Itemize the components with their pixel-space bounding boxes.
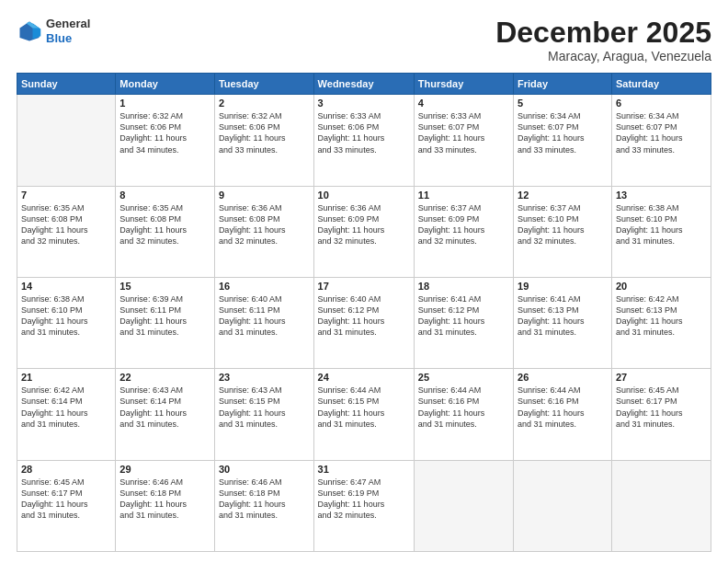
day-info: Sunrise: 6:35 AM Sunset: 6:08 PM Dayligh… [21,202,111,247]
calendar-cell: 10Sunrise: 6:36 AM Sunset: 6:09 PM Dayli… [313,186,414,277]
day-number: 2 [219,98,310,109]
day-number: 9 [219,190,310,201]
calendar-cell: 29Sunrise: 6:46 AM Sunset: 6:18 PM Dayli… [116,460,215,551]
calendar-cell: 5Sunrise: 6:34 AM Sunset: 6:07 PM Daylig… [514,95,612,186]
calendar-week-row: 1Sunrise: 6:32 AM Sunset: 6:06 PM Daylig… [17,95,711,186]
day-info: Sunrise: 6:38 AM Sunset: 6:10 PM Dayligh… [21,293,111,339]
weekday-header-monday: Monday [116,74,215,95]
day-info: Sunrise: 6:46 AM Sunset: 6:18 PM Dayligh… [119,477,210,522]
calendar-cell: 31Sunrise: 6:47 AM Sunset: 6:19 PM Dayli… [313,460,414,551]
day-info: Sunrise: 6:42 AM Sunset: 6:13 PM Dayligh… [616,293,707,339]
calendar-cell: 4Sunrise: 6:33 AM Sunset: 6:07 PM Daylig… [414,95,513,186]
day-number: 7 [21,190,111,201]
day-info: Sunrise: 6:32 AM Sunset: 6:06 PM Dayligh… [219,110,310,155]
location-subtitle: Maracay, Aragua, Venezuela [495,49,711,63]
logo: General Blue [17,17,90,45]
day-number: 27 [616,372,707,383]
day-number: 11 [418,190,509,201]
day-number: 8 [119,190,210,201]
day-info: Sunrise: 6:46 AM Sunset: 6:18 PM Dayligh… [219,477,310,522]
day-info: Sunrise: 6:36 AM Sunset: 6:08 PM Dayligh… [219,202,310,247]
day-number: 6 [616,98,707,109]
calendar-week-row: 7Sunrise: 6:35 AM Sunset: 6:08 PM Daylig… [17,186,711,277]
calendar-cell: 12Sunrise: 6:37 AM Sunset: 6:10 PM Dayli… [514,186,612,277]
day-info: Sunrise: 6:33 AM Sunset: 6:06 PM Dayligh… [318,110,410,155]
title-block: December 2025 Maracay, Aragua, Venezuela [495,17,711,63]
day-info: Sunrise: 6:44 AM Sunset: 6:16 PM Dayligh… [518,385,608,430]
day-info: Sunrise: 6:44 AM Sunset: 6:16 PM Dayligh… [418,385,509,430]
day-info: Sunrise: 6:37 AM Sunset: 6:10 PM Dayligh… [518,202,608,247]
logo-line1: General [46,17,90,31]
calendar-cell: 7Sunrise: 6:35 AM Sunset: 6:08 PM Daylig… [17,186,116,277]
day-info: Sunrise: 6:44 AM Sunset: 6:15 PM Dayligh… [318,385,410,430]
calendar-cell: 17Sunrise: 6:40 AM Sunset: 6:12 PM Dayli… [313,277,414,368]
day-info: Sunrise: 6:47 AM Sunset: 6:19 PM Dayligh… [318,477,410,522]
calendar-week-row: 21Sunrise: 6:42 AM Sunset: 6:14 PM Dayli… [17,369,711,460]
day-number: 5 [518,98,608,109]
day-info: Sunrise: 6:36 AM Sunset: 6:09 PM Dayligh… [318,202,410,247]
calendar-cell [414,460,513,551]
calendar-header: SundayMondayTuesdayWednesdayThursdayFrid… [17,74,711,95]
calendar-cell: 20Sunrise: 6:42 AM Sunset: 6:13 PM Dayli… [611,277,711,368]
weekday-header-wednesday: Wednesday [313,74,414,95]
calendar-cell: 24Sunrise: 6:44 AM Sunset: 6:15 PM Dayli… [313,369,414,460]
calendar-cell: 16Sunrise: 6:40 AM Sunset: 6:11 PM Dayli… [214,277,313,368]
calendar-week-row: 28Sunrise: 6:45 AM Sunset: 6:17 PM Dayli… [17,460,711,551]
calendar-table: SundayMondayTuesdayWednesdayThursdayFrid… [17,73,711,552]
day-info: Sunrise: 6:34 AM Sunset: 6:07 PM Dayligh… [616,110,707,155]
day-number: 17 [318,281,410,292]
calendar-cell: 18Sunrise: 6:41 AM Sunset: 6:12 PM Dayli… [414,277,513,368]
day-number: 10 [318,190,410,201]
logo-text: General Blue [46,17,90,45]
calendar-cell: 21Sunrise: 6:42 AM Sunset: 6:14 PM Dayli… [17,369,116,460]
calendar-cell: 13Sunrise: 6:38 AM Sunset: 6:10 PM Dayli… [611,186,711,277]
day-info: Sunrise: 6:37 AM Sunset: 6:09 PM Dayligh… [418,202,509,247]
day-number: 25 [418,372,509,383]
logo-line2: Blue [46,31,90,46]
calendar-cell: 22Sunrise: 6:43 AM Sunset: 6:14 PM Dayli… [116,369,215,460]
day-info: Sunrise: 6:34 AM Sunset: 6:07 PM Dayligh… [518,110,608,155]
calendar-cell: 1Sunrise: 6:32 AM Sunset: 6:06 PM Daylig… [116,95,215,186]
calendar-cell: 15Sunrise: 6:39 AM Sunset: 6:11 PM Dayli… [116,277,215,368]
day-number: 4 [418,98,509,109]
day-info: Sunrise: 6:40 AM Sunset: 6:12 PM Dayligh… [318,293,410,339]
day-number: 12 [518,190,608,201]
day-number: 3 [318,98,410,109]
day-info: Sunrise: 6:41 AM Sunset: 6:13 PM Dayligh… [518,293,608,339]
day-number: 22 [119,372,210,383]
day-info: Sunrise: 6:33 AM Sunset: 6:07 PM Dayligh… [418,110,509,155]
calendar-week-row: 14Sunrise: 6:38 AM Sunset: 6:10 PM Dayli… [17,277,711,368]
day-number: 1 [119,98,210,109]
header: General Blue December 2025 Maracay, Arag… [17,17,711,63]
day-number: 30 [219,464,310,475]
day-number: 16 [219,281,310,292]
day-info: Sunrise: 6:41 AM Sunset: 6:12 PM Dayligh… [418,293,509,339]
weekday-header-sunday: Sunday [17,74,116,95]
day-number: 18 [418,281,509,292]
day-info: Sunrise: 6:43 AM Sunset: 6:15 PM Dayligh… [219,385,310,430]
day-info: Sunrise: 6:45 AM Sunset: 6:17 PM Dayligh… [616,385,707,430]
calendar-cell [17,95,116,186]
calendar-cell: 19Sunrise: 6:41 AM Sunset: 6:13 PM Dayli… [514,277,612,368]
calendar-body: 1Sunrise: 6:32 AM Sunset: 6:06 PM Daylig… [17,95,711,552]
day-number: 24 [318,372,410,383]
day-info: Sunrise: 6:45 AM Sunset: 6:17 PM Dayligh… [21,477,111,522]
day-info: Sunrise: 6:43 AM Sunset: 6:14 PM Dayligh… [119,385,210,430]
logo-icon [17,18,42,44]
calendar-cell: 6Sunrise: 6:34 AM Sunset: 6:07 PM Daylig… [611,95,711,186]
day-number: 21 [21,372,111,383]
calendar-cell: 23Sunrise: 6:43 AM Sunset: 6:15 PM Dayli… [214,369,313,460]
calendar-cell: 26Sunrise: 6:44 AM Sunset: 6:16 PM Dayli… [514,369,612,460]
day-info: Sunrise: 6:35 AM Sunset: 6:08 PM Dayligh… [119,202,210,247]
weekday-header-saturday: Saturday [611,74,711,95]
calendar-cell: 11Sunrise: 6:37 AM Sunset: 6:09 PM Dayli… [414,186,513,277]
day-number: 23 [219,372,310,383]
month-title: December 2025 [495,17,711,49]
weekday-header-friday: Friday [514,74,612,95]
calendar-cell: 9Sunrise: 6:36 AM Sunset: 6:08 PM Daylig… [214,186,313,277]
day-number: 31 [318,464,410,475]
calendar-cell [611,460,711,551]
day-info: Sunrise: 6:39 AM Sunset: 6:11 PM Dayligh… [119,293,210,339]
calendar-cell: 27Sunrise: 6:45 AM Sunset: 6:17 PM Dayli… [611,369,711,460]
weekday-header-tuesday: Tuesday [214,74,313,95]
